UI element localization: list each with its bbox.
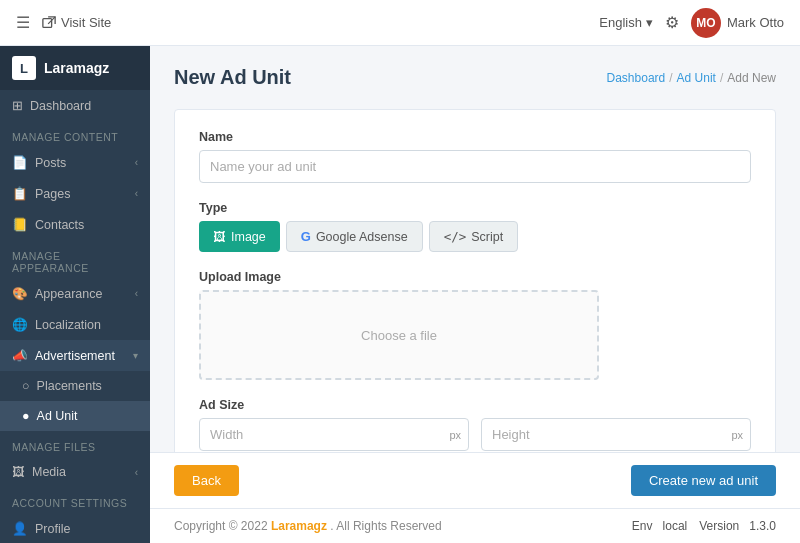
sidebar-item-label: Localization — [35, 318, 101, 332]
sidebar-item-contacts[interactable]: 📒 Contacts — [0, 209, 150, 240]
breadcrumb-current: Add New — [727, 71, 776, 85]
width-px-label: px — [449, 429, 461, 441]
type-buttons: 🖼 Image G Google Adsense </> Script — [199, 221, 751, 252]
type-google-adsense-button[interactable]: G Google Adsense — [286, 221, 423, 252]
sidebar-item-label: Appearance — [35, 287, 102, 301]
upload-area[interactable]: Choose a file — [199, 290, 599, 380]
profile-icon: 👤 — [12, 521, 28, 536]
visit-site-label: Visit Site — [61, 15, 111, 30]
topbar-right: English ▾ ⚙ MO Mark Otto — [599, 8, 784, 38]
image-label: Image — [231, 230, 266, 244]
chevron-icon: ‹ — [135, 188, 138, 199]
type-label: Type — [199, 201, 751, 215]
name-input[interactable] — [199, 150, 751, 183]
section-manage-files: Manage Files — [0, 431, 150, 457]
sidebar-item-localization[interactable]: 🌐 Localization — [0, 309, 150, 340]
breadcrumb-ad-unit[interactable]: Ad Unit — [677, 71, 716, 85]
sidebar-item-label: Contacts — [35, 218, 84, 232]
footer-brand-link[interactable]: Laramagz — [271, 519, 327, 533]
chevron-down-icon: ▾ — [646, 15, 653, 30]
sidebar-item-profile[interactable]: 👤 Profile — [0, 513, 150, 543]
language-label: English — [599, 15, 642, 30]
appearance-icon: 🎨 — [12, 286, 28, 301]
type-group: Type 🖼 Image G Google Adsense </> Scrip — [199, 201, 751, 252]
chevron-icon: ‹ — [135, 288, 138, 299]
back-button[interactable]: Back — [174, 465, 239, 496]
upload-label: Upload Image — [199, 270, 751, 284]
localization-icon: 🌐 — [12, 317, 28, 332]
type-image-button[interactable]: 🖼 Image — [199, 221, 280, 252]
version-label: Version 1.3.0 — [699, 519, 776, 533]
name-group: Name — [199, 130, 751, 183]
pages-icon: 📋 — [12, 186, 28, 201]
adsize-row: px px — [199, 418, 751, 451]
sidebar-item-label: Placements — [37, 379, 102, 393]
content-area: New Ad Unit Dashboard / Ad Unit / Add Ne… — [150, 46, 800, 452]
image-icon: 🖼 — [213, 230, 226, 244]
rights-text: . All Rights Reserved — [330, 519, 441, 533]
sidebar-item-pages[interactable]: 📋 Pages ‹ — [0, 178, 150, 209]
upload-placeholder: Choose a file — [361, 328, 437, 343]
dashboard-icon: ⊞ — [12, 98, 23, 113]
footer-copyright: Copyright © 2022 Laramagz . All Rights R… — [174, 519, 442, 533]
width-input[interactable] — [199, 418, 469, 451]
script-label: Script — [471, 230, 503, 244]
width-wrap: px — [199, 418, 469, 451]
svg-rect-0 — [43, 18, 52, 27]
height-wrap: px — [481, 418, 751, 451]
sidebar-item-dashboard[interactable]: ⊞ Dashboard — [0, 90, 150, 121]
sidebar-item-label: Pages — [35, 187, 70, 201]
logo-box: L — [12, 56, 36, 80]
env-label: Env local — [632, 519, 687, 533]
logo-label: Laramagz — [44, 60, 109, 76]
copyright-text: Copyright © 2022 — [174, 519, 268, 533]
upload-group: Upload Image Choose a file — [199, 270, 751, 380]
section-manage-appearance: Manage Appearance — [0, 240, 150, 278]
breadcrumb: Dashboard / Ad Unit / Add New — [607, 71, 776, 85]
script-icon: </> — [444, 229, 467, 244]
placements-icon: ○ — [22, 379, 30, 393]
page-header: New Ad Unit Dashboard / Ad Unit / Add Ne… — [174, 66, 776, 89]
ad-unit-icon: ● — [22, 409, 30, 423]
sidebar-item-posts[interactable]: 📄 Posts ‹ — [0, 147, 150, 178]
site-footer: Copyright © 2022 Laramagz . All Rights R… — [150, 508, 800, 543]
name-label: Name — [199, 130, 751, 144]
create-button[interactable]: Create new ad unit — [631, 465, 776, 496]
google-adsense-label: Google Adsense — [316, 230, 408, 244]
chevron-icon: ‹ — [135, 467, 138, 478]
section-manage-content: Manage Content — [0, 121, 150, 147]
chevron-icon: ‹ — [135, 157, 138, 168]
sidebar-logo[interactable]: L Laramagz — [0, 46, 150, 90]
gear-icon[interactable]: ⚙ — [665, 13, 679, 32]
sidebar-item-label: Profile — [35, 522, 70, 536]
layout: L Laramagz ⊞ Dashboard Manage Content 📄 … — [0, 46, 800, 543]
type-script-button[interactable]: </> Script — [429, 221, 519, 252]
sidebar-item-placements[interactable]: ○ Placements — [0, 371, 150, 401]
breadcrumb-dashboard[interactable]: Dashboard — [607, 71, 666, 85]
adsize-label: Ad Size — [199, 398, 751, 412]
user-menu[interactable]: MO Mark Otto — [691, 8, 784, 38]
posts-icon: 📄 — [12, 155, 28, 170]
sidebar-item-ad-unit[interactable]: ● Ad Unit — [0, 401, 150, 431]
sidebar-item-appearance[interactable]: 🎨 Appearance ‹ — [0, 278, 150, 309]
contacts-icon: 📒 — [12, 217, 28, 232]
language-selector[interactable]: English ▾ — [599, 15, 653, 30]
sidebar-item-label: Media — [32, 465, 66, 479]
hamburger-icon[interactable]: ☰ — [16, 13, 30, 32]
main: New Ad Unit Dashboard / Ad Unit / Add Ne… — [150, 46, 800, 543]
sidebar-item-media[interactable]: 🖼 Media ‹ — [0, 457, 150, 487]
visit-site-button[interactable]: Visit Site — [42, 15, 111, 30]
form-card: Name Type 🖼 Image G Google Adsense — [174, 109, 776, 452]
sidebar-item-label: Advertisement — [35, 349, 115, 363]
breadcrumb-sep: / — [669, 71, 672, 85]
adsize-group: Ad Size px px — [199, 398, 751, 451]
sidebar-item-advertisement[interactable]: 📣 Advertisement ▾ — [0, 340, 150, 371]
topbar-left: ☰ Visit Site — [16, 13, 111, 32]
advertisement-icon: 📣 — [12, 348, 28, 363]
height-px-label: px — [731, 429, 743, 441]
footer-meta: Env local Version 1.3.0 — [632, 519, 776, 533]
height-input[interactable] — [481, 418, 751, 451]
sidebar-item-label: Ad Unit — [37, 409, 78, 423]
sidebar-item-label: Posts — [35, 156, 66, 170]
topbar: ☰ Visit Site English ▾ ⚙ MO Mark Otto — [0, 0, 800, 46]
